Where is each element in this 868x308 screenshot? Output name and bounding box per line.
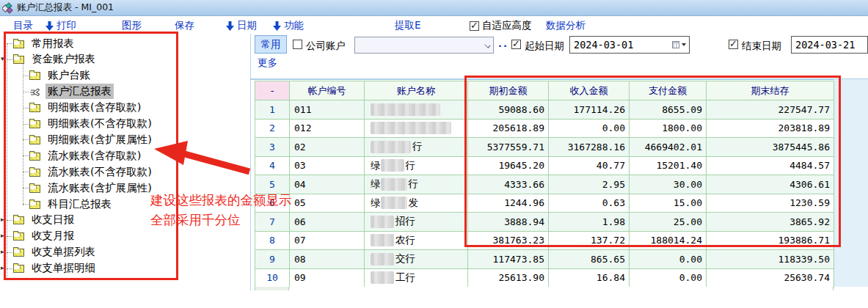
closing-amount-cell[interactable]: 4484.57 <box>707 157 834 176</box>
row-number[interactable]: 10 <box>255 269 290 288</box>
income-amount-cell[interactable]: 0.00 <box>549 120 630 139</box>
payment-amount-cell[interactable]: 0.00 <box>630 269 707 288</box>
account-name-cell[interactable] <box>365 120 468 139</box>
account-name-cell[interactable]: 绿发 <box>365 194 468 213</box>
payment-amount-cell[interactable]: 1800.00 <box>630 120 707 139</box>
column-header-账户名称[interactable]: 账户名称 <box>365 81 468 100</box>
opening-amount-cell[interactable]: 4333.66 <box>468 175 549 194</box>
tree-item-常用报表[interactable]: 常用报表 <box>13 35 76 51</box>
tree-item-账户汇总报表[interactable]: 账户汇总报表 <box>29 84 114 100</box>
account-code-cell[interactable]: 06 <box>290 213 365 232</box>
panel-splitter[interactable] <box>250 34 251 290</box>
autofit-height-checkbox[interactable] <box>470 21 479 31</box>
row-number[interactable]: 2 <box>255 120 290 139</box>
tree-item-明细账表(含存取款)[interactable]: 明细账表(含存取款) <box>29 100 143 116</box>
account-code-cell[interactable]: 05 <box>290 194 365 213</box>
row-number[interactable]: 9 <box>255 250 290 269</box>
payment-amount-cell[interactable]: 188014.24 <box>630 232 707 251</box>
common-tab-button[interactable]: 常用 <box>255 35 287 54</box>
account-code-cell[interactable]: 08 <box>290 250 365 269</box>
start-date-checkbox[interactable] <box>511 40 521 49</box>
opening-amount-cell[interactable]: 117473.85 <box>468 250 549 269</box>
income-amount-cell[interactable]: 3167288.16 <box>549 138 630 157</box>
account-name-cell[interactable]: 工行 <box>365 269 468 288</box>
column-header-期末结存[interactable]: 期末结存 <box>707 81 834 100</box>
column-header-corner[interactable]: - <box>255 81 290 100</box>
closing-amount-cell[interactable]: 3875445.86 <box>707 138 834 157</box>
tree-item-收支月报[interactable]: 收支月报 <box>13 228 76 244</box>
closing-amount-cell[interactable]: 25630.74 <box>707 269 834 288</box>
opening-amount-cell[interactable]: 5377559.71 <box>468 138 549 157</box>
tree-item-流水账表(含扩展属性)[interactable]: 流水账表(含扩展属性) <box>29 180 154 196</box>
account-name-cell[interactable] <box>365 100 468 120</box>
menu-item-4[interactable]: 保存 <box>175 19 194 32</box>
tree-item-流水账表(含存取款)[interactable]: 流水账表(含存取款) <box>29 147 143 164</box>
tree-item-收支单据列表[interactable]: 收支单据列表 <box>13 244 98 260</box>
account-name-cell[interactable]: 招行 <box>365 213 468 232</box>
menu-item-5[interactable]: 日期 <box>226 19 257 32</box>
payment-amount-cell[interactable]: 30.00 <box>630 175 707 194</box>
opening-amount-cell[interactable]: 381763.23 <box>468 232 549 251</box>
tree-item-流水账表(不含存取款)[interactable]: 流水账表(不含存取款) <box>29 164 154 180</box>
column-header-帐户编号[interactable]: 帐户编号 <box>290 81 365 100</box>
account-name-cell[interactable]: 农行 <box>365 232 468 251</box>
start-date-input[interactable]: 2024-03-01 <box>569 36 690 54</box>
income-amount-cell[interactable]: 2.95 <box>549 175 630 194</box>
tree-item-科目汇总报表[interactable]: 科目汇总报表 <box>29 196 114 212</box>
income-amount-cell[interactable]: 0.63 <box>549 194 630 213</box>
account-code-cell[interactable]: 03 <box>290 157 365 176</box>
ellipsis-button[interactable]: .. <box>498 38 508 49</box>
income-amount-cell[interactable]: 1.98 <box>549 213 630 232</box>
closing-amount-cell[interactable]: 4306.61 <box>707 175 834 194</box>
opening-amount-cell[interactable]: 1244.96 <box>468 194 549 213</box>
payment-amount-cell[interactable]: 0.00 <box>630 250 707 269</box>
column-header-期初金额[interactable]: 期初金额 <box>468 81 549 100</box>
closing-amount-cell[interactable]: 203818.89 <box>707 120 834 139</box>
account-name-cell[interactable]: 绿行 <box>365 175 468 194</box>
account-code-cell[interactable]: 011 <box>290 100 365 120</box>
row-number[interactable]: 8 <box>255 232 290 251</box>
tree-item-账户台账[interactable]: 账户台账 <box>29 67 92 84</box>
account-code-cell[interactable]: 09 <box>290 269 365 288</box>
income-amount-cell[interactable]: 137.72 <box>549 232 630 251</box>
expand-arrow-icon[interactable]: ▸ <box>1 248 4 255</box>
tree-item-明细账表(含扩展属性)[interactable]: 明细账表(含扩展属性) <box>29 131 154 147</box>
account-code-cell[interactable]: 07 <box>290 232 365 251</box>
payment-amount-cell[interactable]: 15201.40 <box>630 157 707 176</box>
menu-item-1[interactable]: 目录 <box>13 19 33 32</box>
closing-amount-cell[interactable]: 118339.50 <box>707 250 834 269</box>
payment-amount-cell[interactable]: 8655.09 <box>630 100 707 120</box>
closing-amount-cell[interactable]: 3865.92 <box>707 213 834 232</box>
row-number[interactable]: 3 <box>255 138 290 157</box>
menu-item-9[interactable]: 数据分析 <box>546 19 586 32</box>
income-amount-cell[interactable]: 40.77 <box>549 157 630 176</box>
account-name-cell[interactable]: 绿行 <box>365 157 468 176</box>
income-amount-cell[interactable]: 865.65 <box>549 250 630 269</box>
menu-item-8[interactable]: 自适应高度 <box>470 19 532 32</box>
row-number[interactable]: 7 <box>255 213 290 232</box>
company-account-checkbox[interactable] <box>293 40 302 49</box>
end-date-input[interactable]: 2024-03-21 <box>791 36 868 54</box>
closing-amount-cell[interactable]: 227547.77 <box>707 100 834 120</box>
account-code-cell[interactable]: 012 <box>290 120 365 139</box>
column-header-收入金额[interactable]: 收入金额 <box>549 81 630 100</box>
column-header-支付金额[interactable]: 支付金额 <box>630 81 707 100</box>
row-number[interactable]: 4 <box>255 157 290 176</box>
income-amount-cell[interactable]: 177114.26 <box>549 100 630 120</box>
tree-item-收支单据明细[interactable]: 收支单据明细 <box>13 260 98 276</box>
account-code-cell[interactable]: 04 <box>290 175 365 194</box>
calendar-dropdown-button[interactable] <box>670 38 688 51</box>
tree-item-收支日报[interactable]: 收支日报 <box>13 212 76 228</box>
closing-amount-cell[interactable]: 1230.59 <box>707 194 834 213</box>
payment-amount-cell[interactable]: 15.00 <box>630 194 707 213</box>
collapse-arrow-icon[interactable]: ▾ <box>1 55 4 62</box>
expand-arrow-icon[interactable]: ▸ <box>1 232 4 239</box>
account-code-cell[interactable]: 02 <box>290 138 365 157</box>
expand-arrow-icon[interactable]: ▸ <box>1 264 4 271</box>
payment-amount-cell[interactable]: 25.00 <box>630 213 707 232</box>
opening-amount-cell[interactable]: 19645.20 <box>468 157 549 176</box>
tree-item-明细账表(不含存取款)[interactable]: 明细账表(不含存取款) <box>29 116 154 132</box>
row-number[interactable]: 1 <box>255 100 290 120</box>
expand-arrow-icon[interactable]: ▸ <box>1 216 4 223</box>
account-combobox[interactable] <box>354 37 494 54</box>
